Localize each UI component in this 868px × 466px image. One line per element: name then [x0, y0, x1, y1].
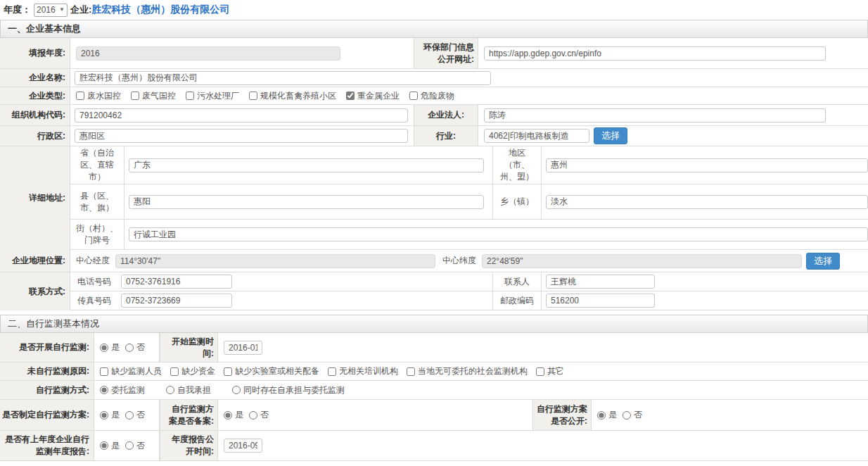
- radio-has-plan-yes[interactable]: [100, 411, 108, 420]
- radio-method-1[interactable]: [166, 386, 174, 394]
- radio-label-no: 否: [136, 341, 145, 353]
- form-row-plan: 是否制定自行监测方案: 是 否 自行监测方案是否备案: 是 否 自行监测方案是否…: [0, 400, 868, 431]
- radio-label: 委托监测: [111, 384, 145, 396]
- checkbox-no-reason-2[interactable]: [224, 367, 232, 376]
- longitude-label: 中心经度: [76, 255, 110, 267]
- form-row-contact: 联系方式: 电话号码 联系人 传真号码 邮政编码: [0, 272, 868, 310]
- checkbox-no-reason-5[interactable]: [536, 367, 544, 376]
- radio-plan-public-no[interactable]: [623, 411, 631, 420]
- radio-method-2[interactable]: [232, 386, 241, 394]
- geo-select-button[interactable]: 选择: [806, 253, 840, 270]
- zip-input[interactable]: [546, 294, 655, 308]
- county-input[interactable]: [129, 195, 484, 209]
- year-select[interactable]: 2016 ▼: [34, 4, 68, 17]
- radio-label-no: 否: [260, 409, 269, 421]
- region-label: 地区（市、州、盟）: [492, 146, 542, 184]
- geo-label: 企业地理位置:: [0, 250, 70, 272]
- checkbox-company-type-5[interactable]: [409, 92, 418, 100]
- year-label: 年度：: [4, 4, 31, 16]
- company-label: 企业:: [70, 4, 91, 16]
- form-row-carry-out: 是否开展自行监测: 是 否 开始监测时间:: [0, 333, 868, 363]
- contact-person-input[interactable]: [546, 275, 655, 289]
- form-row-geo: 企业地理位置: 中心经度 中心纬度 选择: [0, 250, 868, 272]
- street-input[interactable]: [129, 227, 868, 241]
- has-report-label: 是否有上年度企业自行监测年度报告:: [0, 431, 94, 460]
- checkbox-label: 污水处理厂: [197, 90, 239, 102]
- plan-public-label: 自行监测方案是否公开:: [532, 400, 592, 430]
- radio-label-yes: 是: [235, 409, 243, 421]
- start-time-input[interactable]: [224, 341, 262, 355]
- industry-input[interactable]: [484, 129, 589, 143]
- company-name-label: 企业名称:: [0, 69, 70, 87]
- radio-label-yes: 是: [111, 409, 120, 421]
- radio-carry-out-yes[interactable]: [100, 344, 108, 352]
- town-label: 乡（镇）: [492, 184, 542, 219]
- industry-select-button[interactable]: 选择: [594, 127, 627, 144]
- org-code-label: 组织机构代码:: [0, 105, 70, 125]
- checkbox-no-reason-3[interactable]: [328, 367, 336, 376]
- start-time-label: 开始监测时间:: [160, 333, 218, 362]
- radio-label: 自我承担: [177, 384, 211, 396]
- form-row-report: 是否有上年度企业自行监测年度报告: 是 否 年度报告公开时间:: [0, 431, 868, 461]
- checkbox-no-reason-1[interactable]: [170, 367, 179, 376]
- checkbox-label: 缺少监测人员: [111, 365, 162, 377]
- checkbox-label: 其它: [547, 365, 564, 377]
- chevron-down-icon: ▼: [59, 7, 65, 13]
- radio-plan-filed-yes[interactable]: [224, 411, 232, 420]
- district-input[interactable]: [75, 129, 408, 143]
- province-label: 省（自治区、直辖市）: [70, 146, 125, 184]
- radio-has-plan-no[interactable]: [125, 411, 134, 420]
- year-select-value: 2016: [37, 5, 56, 15]
- checkbox-label: 缺少实验室或相关配备: [235, 365, 319, 377]
- carry-out-label: 是否开展自行监测:: [0, 333, 94, 362]
- checkbox-company-type-1[interactable]: [131, 92, 139, 100]
- checkbox-company-type-3[interactable]: [249, 92, 257, 100]
- form-row-org-code: 组织机构代码: 企业法人:: [0, 105, 868, 126]
- phone-label: 电话号码: [70, 272, 118, 291]
- fill-year-label: 填报年度:: [0, 38, 70, 68]
- checkbox-label: 缺少资金: [181, 365, 215, 377]
- radio-plan-public-yes[interactable]: [597, 411, 606, 420]
- radio-has-report-no[interactable]: [125, 441, 134, 450]
- topbar: 年度： 2016 ▼ 企业: 胜宏科技（惠州）股份有限公司: [0, 0, 868, 20]
- contact-label: 联系方式:: [0, 272, 70, 310]
- checkbox-label: 废气国控: [142, 90, 176, 102]
- checkbox-company-type-4[interactable]: [346, 92, 355, 100]
- org-code-input[interactable]: [75, 108, 408, 122]
- env-url-input[interactable]: [484, 46, 826, 61]
- checkbox-no-reason-4[interactable]: [407, 367, 415, 376]
- section1-header: 一、企业基本信息: [0, 20, 868, 38]
- radio-label: 同时存在自承担与委托监测: [243, 384, 345, 396]
- radio-label-no: 否: [136, 440, 145, 452]
- fax-input[interactable]: [121, 294, 232, 308]
- checkbox-company-type-2[interactable]: [186, 92, 194, 100]
- company-link[interactable]: 胜宏科技（惠州）股份有限公司: [91, 4, 229, 16]
- plan-filed-label: 自行监测方案是否备案:: [160, 400, 218, 430]
- legal-person-input[interactable]: [484, 108, 826, 122]
- company-name-input[interactable]: [75, 71, 491, 85]
- radio-method-0[interactable]: [100, 386, 108, 394]
- checkbox-no-reason-0[interactable]: [100, 367, 108, 376]
- env-url-label: 环保部门信息公开网址:: [414, 38, 478, 68]
- radio-has-report-yes[interactable]: [100, 441, 108, 450]
- fax-label: 传真号码: [70, 291, 118, 310]
- checkbox-company-type-0[interactable]: [76, 92, 84, 100]
- radio-carry-out-no[interactable]: [125, 344, 134, 352]
- radio-label-yes: 是: [608, 409, 617, 421]
- town-input[interactable]: [546, 195, 868, 209]
- company-type-label: 企业类型:: [0, 87, 70, 104]
- latitude-input[interactable]: [482, 254, 802, 268]
- method-label: 自行监测方式:: [0, 381, 94, 399]
- radio-plan-filed-no[interactable]: [249, 411, 257, 420]
- phone-input[interactable]: [121, 275, 232, 289]
- fill-year-input[interactable]: [76, 46, 340, 61]
- region-input[interactable]: [546, 158, 868, 172]
- checkbox-label: 废水国控: [87, 90, 121, 102]
- province-input[interactable]: [129, 158, 484, 172]
- radio-label-no: 否: [136, 409, 145, 421]
- form-row-company-type: 企业类型: 废水国控 废气国控 污水处理厂 规模化畜禽养殖小区 重金属企业 危险…: [0, 87, 868, 105]
- form-row-district: 行政区: 行业: 选择: [0, 126, 868, 146]
- longitude-input[interactable]: [115, 254, 435, 268]
- checkbox-label: 规模化畜禽养殖小区: [260, 90, 336, 102]
- report-time-input[interactable]: [224, 439, 262, 453]
